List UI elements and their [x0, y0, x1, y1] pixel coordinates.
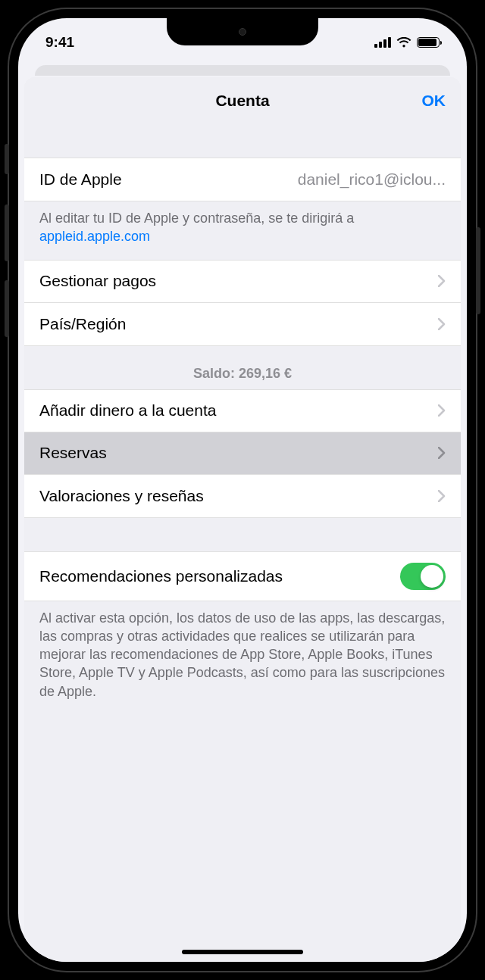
apple-id-row[interactable]: ID de Apple daniel_rico1@iclou... — [24, 158, 461, 201]
personalized-recommendations-toggle[interactable] — [400, 563, 446, 590]
modal-header: Cuenta OK — [24, 77, 461, 124]
manage-payments-label: Gestionar pagos — [39, 272, 156, 290]
screen: 9:41 Cuenta OK — [18, 18, 467, 962]
chevron-right-icon — [438, 275, 446, 287]
preorders-row[interactable]: Reservas — [24, 432, 461, 475]
balance-header: Saldo: 269,16 € — [24, 346, 461, 389]
recommendations-footer: Al activar esta opción, los datos de uso… — [24, 601, 461, 714]
preorders-label: Reservas — [39, 444, 107, 462]
country-region-row[interactable]: País/Región — [24, 303, 461, 345]
silent-switch — [5, 144, 9, 174]
home-indicator[interactable] — [182, 950, 303, 954]
ok-button[interactable]: OK — [422, 92, 446, 110]
add-funds-label: Añadir dinero a la cuenta — [39, 401, 217, 420]
ratings-reviews-row[interactable]: Valoraciones y reseñas — [24, 475, 461, 517]
page-title: Cuenta — [215, 92, 269, 110]
chevron-right-icon — [438, 447, 446, 459]
battery-icon — [417, 37, 440, 48]
chevron-right-icon — [438, 490, 446, 502]
chevron-right-icon — [438, 318, 446, 330]
personalized-recommendations-label: Recomendaciones personalizadas — [39, 567, 283, 585]
background-card — [35, 65, 450, 76]
personalized-recommendations-row: Recomendaciones personalizadas — [24, 552, 461, 601]
notch — [167, 18, 318, 45]
manage-payments-row[interactable]: Gestionar pagos — [24, 261, 461, 303]
add-funds-row[interactable]: Añadir dinero a la cuenta — [24, 390, 461, 432]
apple-id-link[interactable]: appleid.apple.com — [39, 229, 150, 244]
volume-up-button — [5, 204, 9, 261]
phone-frame: 9:41 Cuenta OK — [8, 8, 477, 972]
account-modal: Cuenta OK ID de Apple daniel_rico1@iclou… — [24, 77, 461, 962]
power-button — [476, 227, 480, 314]
wifi-icon — [396, 37, 411, 48]
volume-down-button — [5, 280, 9, 337]
apple-id-footer: Al editar tu ID de Apple y contraseña, s… — [24, 201, 461, 260]
cellular-signal-icon — [374, 37, 391, 48]
country-region-label: País/Región — [39, 315, 126, 333]
chevron-right-icon — [438, 404, 446, 417]
apple-id-label: ID de Apple — [39, 170, 122, 189]
ratings-reviews-label: Valoraciones y reseñas — [39, 487, 204, 505]
apple-id-value: daniel_rico1@iclou... — [134, 170, 446, 189]
camera-icon — [239, 28, 246, 36]
